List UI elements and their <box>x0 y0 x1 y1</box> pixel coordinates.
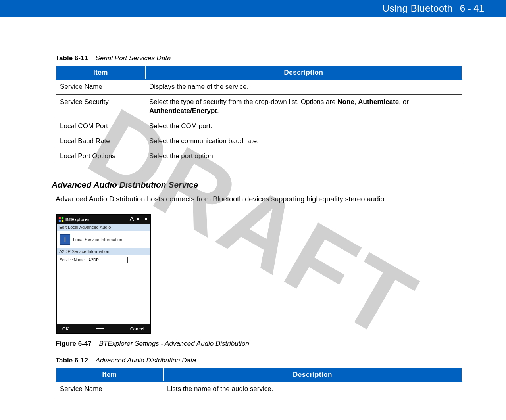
table-row: Service Name Lists the name of the audio… <box>56 382 462 397</box>
info-icon: i <box>60 234 70 245</box>
table-612-hdr-item: Item <box>56 368 163 382</box>
ss-panel-title: Edit Local Advanced Audio <box>57 224 150 231</box>
cell-item: Service Name <box>56 382 163 397</box>
table-612-label: Table 6-12 <box>56 357 88 364</box>
screenshot-btexplorer: BTExplorer Edit Local Advanced Audio i L… <box>56 214 151 334</box>
ss-blank-area <box>57 265 150 324</box>
close-icon[interactable] <box>143 217 148 222</box>
cancel-button[interactable]: Cancel <box>130 326 144 331</box>
table-row: Local Baud Rate Select the communication… <box>56 134 462 149</box>
ss-info-label: Local Service Information <box>73 237 122 242</box>
service-name-input[interactable] <box>87 257 128 263</box>
ok-button[interactable]: OK <box>62 326 69 331</box>
cell-desc: Select the communication baud rate. <box>145 134 462 149</box>
ss-info-row: i Local Service Information <box>57 231 150 248</box>
cell-desc: Select the type of security from the dro… <box>145 94 462 119</box>
ss-service-name-field: Service Name <box>57 255 150 265</box>
page-header: Using Bluetooth 6 - 41 <box>0 0 506 17</box>
keyboard-icon[interactable] <box>95 326 104 332</box>
table-611-hdr-desc: Description <box>145 66 462 79</box>
section-body: Advanced Audio Distribution hosts connec… <box>56 195 462 203</box>
cell-desc: Displays the name of the service. <box>145 79 462 94</box>
cell-item: Service Security <box>56 94 145 119</box>
table-612-title: Advanced Audio Distribution Data <box>96 357 196 364</box>
svg-rect-2 <box>59 220 61 222</box>
cell-desc: Lists the name of the audio service. <box>163 382 462 397</box>
cell-desc: Select the port option. <box>145 149 462 164</box>
table-row: Local Port Options Select the port optio… <box>56 149 462 164</box>
figure-647-caption: Figure 6-47 BTExplorer Settings - Advanc… <box>56 340 462 348</box>
table-row: Service Security Select the type of secu… <box>56 94 462 119</box>
cell-item: Local Baud Rate <box>56 134 145 149</box>
cell-item: Local Port Options <box>56 149 145 164</box>
table-611-label: Table 6-11 <box>56 54 88 62</box>
table-611: Item Description Service Name Displays t… <box>56 65 462 164</box>
table-612-caption: Table 6-12 Advanced Audio Distribution D… <box>56 357 462 364</box>
cell-item: Local COM Port <box>56 119 145 134</box>
ss-bottombar: OK Cancel <box>57 324 150 333</box>
table-611-hdr-item: Item <box>56 66 145 79</box>
ss-sub-header: A2DP Service Information <box>57 248 150 255</box>
ss-field-label: Service Name <box>60 258 85 262</box>
svg-rect-1 <box>62 217 63 219</box>
ss-app-title: BTExplorer <box>65 217 127 222</box>
connectivity-icon[interactable] <box>129 217 134 222</box>
chapter-title: Using Bluetooth <box>383 3 453 14</box>
windows-start-icon[interactable] <box>58 217 64 222</box>
table-row: Service Name Displays the name of the se… <box>56 79 462 94</box>
table-row: Local COM Port Select the COM port. <box>56 119 462 134</box>
svg-rect-3 <box>62 220 63 222</box>
table-612-hdr-desc: Description <box>163 368 462 382</box>
figure-647-title: BTExplorer Settings - Advanced Audio Dis… <box>99 340 249 347</box>
section-title: Advanced Audio Distribution Service <box>52 180 462 190</box>
table-612: Item Description Service Name Lists the … <box>56 368 462 397</box>
volume-icon[interactable] <box>136 217 141 222</box>
page-number: 6 - 41 <box>460 3 484 14</box>
cell-desc: Select the COM port. <box>145 119 462 134</box>
table-611-title: Serial Port Services Data <box>96 54 171 62</box>
ss-titlebar: BTExplorer <box>57 215 150 224</box>
figure-647-label: Figure 6-47 <box>56 340 92 347</box>
table-611-caption: Table 6-11 Serial Port Services Data <box>56 54 462 62</box>
svg-rect-0 <box>59 217 61 219</box>
cell-item: Service Name <box>56 79 145 94</box>
